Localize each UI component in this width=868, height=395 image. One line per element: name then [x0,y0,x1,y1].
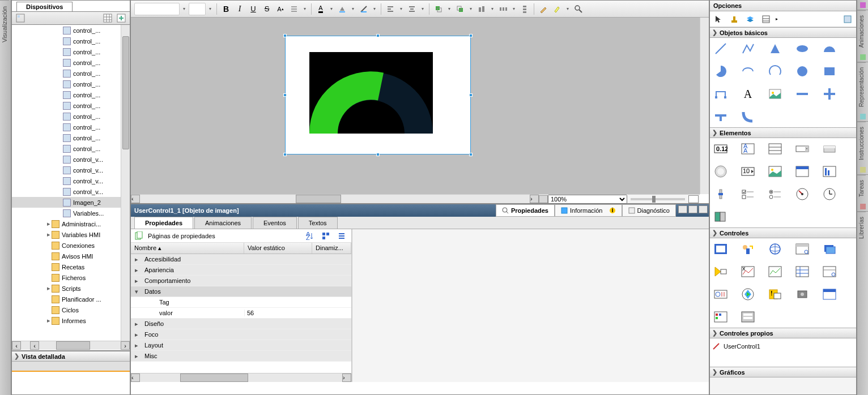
tree-item[interactable]: control_... [12,89,130,100]
tree-folder[interactable]: Ficheros [12,272,130,283]
rvtab-instructions[interactable]: Instrucciones [857,122,866,165]
image-icon[interactable] [768,87,782,101]
tree-item[interactable]: control_... [12,25,130,36]
combobox-icon[interactable] [795,141,810,156]
property-pages-icon[interactable] [134,231,143,241]
prop-row[interactable]: valor56 [131,308,351,319]
italic-button[interactable]: I [233,3,246,15]
prop-category[interactable]: ▸Accesibilidad [131,254,351,265]
tree-item[interactable]: control_... [12,57,130,68]
circle-icon[interactable] [795,64,810,79]
canvas-body[interactable] [131,18,700,194]
expand-all-icon[interactable] [335,230,348,242]
font-dropdown[interactable] [134,3,180,15]
tree-folder[interactable]: Conexiones [12,240,130,251]
section-graphics[interactable]: ❯Gráficos [710,367,856,377]
tree-item[interactable]: control_... [12,100,130,111]
control-5-icon[interactable] [822,242,837,256]
section-basic-objects[interactable]: ❯Objetos básicos [710,27,856,38]
bring-front-button[interactable] [432,3,445,15]
distribute-h-button[interactable] [497,3,509,15]
align-objects-button[interactable] [475,3,488,15]
connector-icon[interactable] [713,87,728,101]
slider-icon[interactable] [713,187,728,201]
own-control-item[interactable]: UserControl1 [712,341,854,352]
tree-folder[interactable]: Ciclos [12,304,130,315]
strike-button[interactable]: S [261,3,273,15]
expand-toolbox-icon[interactable] [841,13,854,25]
symbolic-io-icon[interactable]: 10 [741,164,755,179]
align-left-button[interactable] [384,3,397,15]
layers-icon[interactable] [744,13,756,25]
col-dynamic[interactable]: Dinamiz... [312,243,351,254]
control-13-icon[interactable]: ! [768,287,782,302]
col-value[interactable]: Valor estático [244,243,312,254]
control-1-icon[interactable] [713,242,728,256]
linecolor-button[interactable] [358,3,370,15]
tree-item[interactable]: control_... [12,122,130,132]
stamp-icon[interactable] [728,13,741,25]
bar-icon[interactable] [822,164,837,179]
vtab-visualization[interactable]: Visualización [0,0,9,48]
listbox-icon[interactable] [768,141,782,156]
curve-icon[interactable] [741,109,755,124]
tree-item[interactable]: control_v... [12,186,130,197]
brush-icon[interactable] [537,3,550,15]
tab-properties[interactable]: Propiedades [496,204,555,217]
lineheight-button[interactable] [288,3,300,15]
rvtab-representation[interactable]: Representación [857,62,866,111]
devices-tab[interactable]: Dispositivos [16,2,73,11]
prop-row[interactable]: Tag [131,297,351,308]
polygon-icon[interactable] [768,41,782,56]
cross-icon[interactable] [822,87,837,101]
pie-icon[interactable] [713,64,728,79]
switch-icon[interactable] [713,209,728,224]
prop-category[interactable]: ▸Layout [131,340,351,351]
hline-icon[interactable] [795,87,810,101]
control-17-icon[interactable] [741,310,755,324]
zoom-fit-button[interactable] [688,195,699,203]
control-9-icon[interactable] [795,264,810,279]
rvtab-icon-3[interactable] [857,111,868,122]
zoom-select[interactable]: 100% [548,195,627,204]
grid-view-icon[interactable] [101,12,114,24]
tree-folder[interactable]: Planificador ... [12,294,130,304]
control-2-icon[interactable] [741,242,755,256]
canvas-vscroll[interactable] [700,18,709,194]
props-hscroll[interactable]: ‹ › [131,373,351,382]
rvtab-animations[interactable]: Animaciones [857,10,866,52]
graphic-io-icon[interactable] [768,164,782,179]
checkbox-icon[interactable] [741,187,755,201]
ellipse-icon[interactable] [795,41,810,56]
align-center-button[interactable] [406,3,418,15]
grid-icon[interactable] [760,13,772,25]
prop-category[interactable]: ▸Apariencia [131,265,351,276]
control-8-icon[interactable] [768,264,782,279]
line-icon[interactable] [713,41,728,56]
rectangle-icon[interactable] [822,64,837,79]
design-surface[interactable] [285,36,471,154]
tab-diagnostics[interactable]: Diagnóstico [622,204,676,217]
gauge-icon[interactable] [795,187,810,201]
control-4-icon[interactable] [795,242,810,256]
subtab-animations[interactable]: Animaciones [194,217,252,229]
expand-icon[interactable] [115,12,127,24]
control-16-icon[interactable] [713,310,728,324]
canvas-hscroll[interactable]: ‹ › [131,194,539,203]
round-button-icon[interactable] [713,164,728,179]
tree-folder[interactable]: Recetas [12,261,130,272]
rvtab-icon-4[interactable] [857,165,868,175]
tree-folder[interactable]: ▸Variables HMI [12,229,130,240]
rvtab-icon-2[interactable] [857,52,868,62]
sort-az-icon[interactable]: AZ [304,230,316,242]
polyline-icon[interactable] [741,41,755,56]
fontcolor-button[interactable]: A [314,3,327,15]
tree-folder[interactable]: ▸Administraci... [12,218,130,229]
button-icon[interactable] [822,141,837,156]
prop-category[interactable]: ▸Comportamiento [131,276,351,286]
tree-item[interactable]: control_... [12,68,130,79]
prop-category[interactable]: ▸Foco [131,329,351,340]
radio-icon[interactable] [768,187,782,201]
categorize-icon[interactable] [320,230,332,242]
control-6-icon[interactable] [713,264,728,279]
